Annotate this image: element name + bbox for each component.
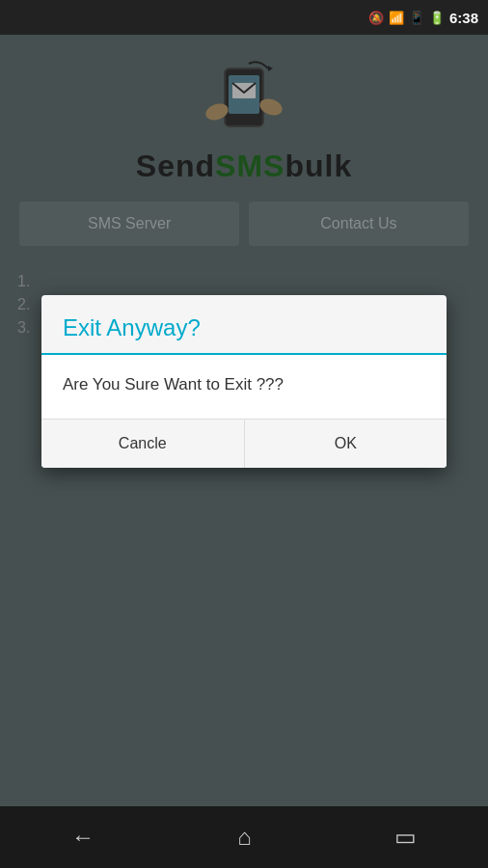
dialog-message: Are You Sure Want to Exit ??? [41,355,447,420]
bottom-nav-bar: ← ⌂ ▭ [0,806,488,868]
mute-icon: 🔕 [368,11,384,25]
home-icon[interactable]: ⌂ [237,824,252,851]
recent-apps-icon[interactable]: ▭ [394,824,417,851]
status-icons: 🔕 📶 📱 🔋 6:38 [368,10,478,26]
wifi-icon: 📶 [389,11,404,25]
back-icon[interactable]: ← [71,824,95,851]
dialog-cancel-button[interactable]: Cancle [41,420,245,468]
signal-icon: 📱 [409,11,424,25]
battery-icon: 🔋 [429,11,445,25]
status-bar: 🔕 📶 📱 🔋 6:38 [0,0,488,35]
dialog-title: Exit Anyway? [41,295,447,355]
dialog-ok-button[interactable]: OK [245,420,447,468]
status-time: 6:38 [449,10,478,26]
exit-dialog: Exit Anyway? Are You Sure Want to Exit ?… [41,295,447,468]
dialog-overlay: Exit Anyway? Are You Sure Want to Exit ?… [0,35,488,868]
dialog-actions: Cancle OK [41,420,447,468]
